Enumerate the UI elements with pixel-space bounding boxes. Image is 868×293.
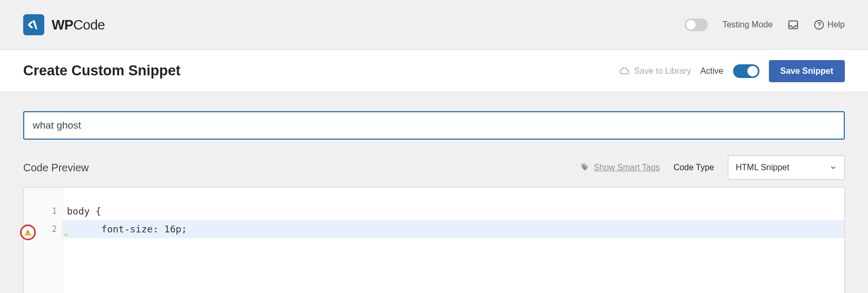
preview-controls: Show Smart Tags Code Type HTML Snippet: [579, 155, 845, 180]
inbox-icon[interactable]: [787, 19, 799, 31]
logo-text: WPCode: [52, 17, 105, 33]
tags-icon: [579, 162, 590, 173]
active-toggle[interactable]: [733, 64, 759, 78]
help-icon: [814, 19, 824, 30]
save-to-library-link[interactable]: Save to Library: [619, 66, 691, 76]
logo-mark-icon: [23, 14, 44, 35]
smart-tags-label: Show Smart Tags: [594, 163, 660, 172]
titlebar: Create Custom Snippet Save to Library Ac…: [0, 50, 868, 92]
topbar-right: Testing Mode Help: [685, 18, 845, 31]
gutter: 1 2: [24, 188, 63, 293]
testing-mode-toggle[interactable]: [685, 18, 708, 31]
save-snippet-button[interactable]: Save Snippet: [769, 60, 845, 82]
code-line: body {: [63, 202, 844, 220]
chevron-down-icon: [830, 164, 837, 171]
content: Code Preview Show Smart Tags Code Type H…: [0, 92, 868, 293]
code-type-select[interactable]: HTML Snippet: [728, 155, 845, 180]
code-line: ~ font-size: 16p;: [63, 220, 844, 238]
page-title: Create Custom Snippet: [23, 63, 181, 79]
warning-icon[interactable]: [20, 224, 36, 240]
code-type-label: Code Type: [674, 163, 714, 172]
cloud-icon: [619, 66, 630, 76]
code-preview-label: Code Preview: [23, 162, 89, 174]
preview-header: Code Preview Show Smart Tags Code Type H…: [23, 155, 845, 180]
change-marker-icon: ~: [64, 226, 68, 243]
svg-point-2: [818, 27, 819, 27]
snippet-title-input[interactable]: [23, 111, 845, 140]
code-editor[interactable]: 1 2 body { ~ font-size: 16p;: [23, 187, 845, 293]
testing-mode-label: Testing Mode: [723, 20, 773, 30]
logo[interactable]: WPCode: [23, 14, 105, 35]
help-label: Help: [827, 20, 845, 30]
topbar: WPCode Testing Mode Help: [0, 0, 868, 50]
show-smart-tags-link[interactable]: Show Smart Tags: [579, 162, 660, 173]
svg-point-3: [581, 166, 582, 167]
titlebar-actions: Save to Library Active Save Snippet: [619, 60, 845, 82]
save-to-library-label: Save to Library: [634, 66, 691, 76]
active-label: Active: [700, 66, 724, 76]
code-area[interactable]: body { ~ font-size: 16p;: [63, 188, 844, 293]
svg-point-1: [815, 21, 824, 30]
line-number: 1: [24, 202, 62, 220]
code-type-value: HTML Snippet: [736, 163, 789, 172]
help-link[interactable]: Help: [814, 19, 845, 30]
